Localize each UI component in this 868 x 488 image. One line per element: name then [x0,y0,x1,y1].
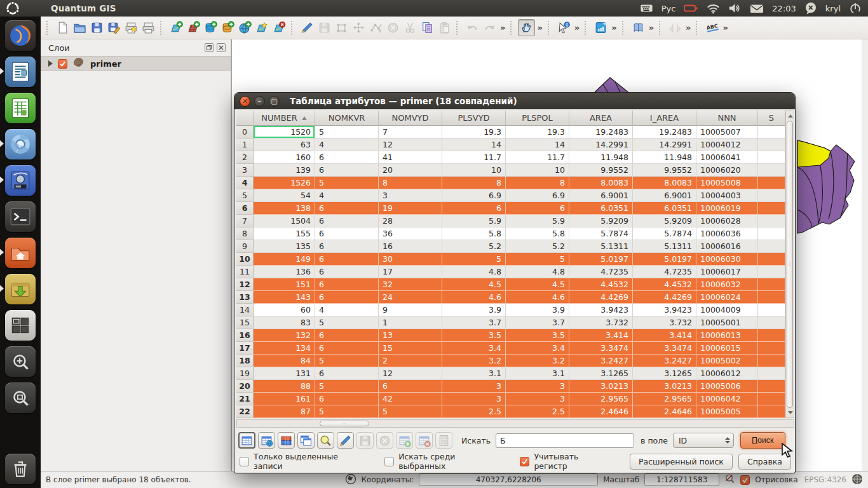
table-cell-I_AREA[interactable]: 3.3474 [633,342,696,355]
row-number[interactable]: 16 [236,329,254,342]
dialog-titlebar[interactable]: ✕ – ▢ Таблица атрибутов — primer (18 сов… [234,93,795,109]
row-number[interactable]: 14 [236,304,254,316]
table-cell-I_AREA[interactable]: 3.9423 [633,304,696,316]
layer-visibility-checkbox[interactable] [58,59,67,69]
table-cell-PLSPOL[interactable]: 5 [506,253,569,266]
table-cell-NOMKVR[interactable]: 6 [315,329,379,342]
table-cell-I_AREA[interactable]: 2.9565 [633,393,696,405]
table-cell-S[interactable] [758,393,785,405]
identify-features-button[interactable] [555,19,573,36]
table-cell-PLSPOL[interactable]: 3.1 [506,367,569,380]
table-cell-PLSPOL[interactable]: 19.3 [506,126,569,139]
column-header-PLSPOL[interactable]: PLSPOL [506,111,569,126]
open-project-button[interactable] [71,19,88,36]
table-cell-I_AREA[interactable]: 8.0083 [633,177,696,189]
table-cell-NNN[interactable]: 10005002 [696,355,758,367]
table-row[interactable]: 715046285.95.95.92095.920910006028 [236,215,794,227]
search-selected-checkbox[interactable] [384,457,394,466]
decorations-button[interactable] [667,19,684,36]
table-cell-PLSPOL[interactable]: 3.2 [506,355,569,367]
table-cell-I_AREA[interactable]: 4.4269 [633,291,696,304]
table-cell-PLSVYD[interactable]: 3.1 [442,367,506,380]
volume-icon[interactable] [728,2,742,15]
table-cell-NOMVYD[interactable]: 15 [379,342,442,355]
add-wms-layer-button[interactable] [236,19,254,36]
table-cell-NUMBER[interactable]: 138 [254,202,315,215]
table-cell-PLSVYD[interactable]: 3 [442,393,506,405]
power-icon[interactable] [849,2,862,15]
vertical-scrollbar[interactable] [785,111,794,418]
table-cell-S[interactable] [758,253,785,266]
cut-features-button[interactable] [402,19,419,36]
expand-layer-icon[interactable] [48,60,53,67]
table-cell-NOMKVR[interactable]: 6 [315,393,379,405]
table-cell-NOMVYD[interactable]: 30 [379,253,442,266]
save-project-as-button[interactable] [105,19,123,36]
table-cell-NUMBER[interactable]: 63 [254,139,315,151]
invert-selection-button[interactable] [278,432,295,449]
table-cell-NOMVYD[interactable]: 13 [379,329,442,342]
table-row[interactable]: 191316123.13.13.12653.126510006012 [236,367,794,380]
crs-status-icon[interactable] [851,473,863,487]
row-number[interactable]: 19 [236,367,254,380]
table-cell-PLSVYD[interactable]: 5 [442,253,506,266]
labeling-button[interactable]: ABC [703,19,721,36]
table-cell-AREA[interactable]: 11.948 [569,151,633,164]
table-cell-S[interactable] [758,405,785,418]
table-cell-PLSVYD[interactable]: 8 [442,177,506,189]
table-cell-NOMKVR[interactable]: 5 [315,380,379,393]
table-cell-NNN[interactable]: 10006017 [696,266,758,278]
table-row[interactable]: 2287552.52.52.46462.464610005005 [236,405,794,418]
table-cell-NOMVYD[interactable]: 24 [379,291,442,304]
table-cell-NOMVYD[interactable]: 3 [379,189,442,202]
table-cell-NOMKVR[interactable]: 6 [315,227,379,240]
row-number[interactable]: 1 [236,139,254,151]
table-cell-NOMVYD[interactable]: 17 [379,266,442,278]
table-cell-PLSVYD[interactable]: 5.8 [442,227,506,240]
table-cell-AREA[interactable]: 2.9565 [569,393,633,405]
table-cell-NOMKVR[interactable]: 6 [315,253,379,266]
table-cell-NUMBER[interactable]: 135 [254,240,315,253]
table-cell-NOMVYD[interactable]: 2 [379,355,442,367]
launcher-archive-manager-icon[interactable] [5,274,36,304]
table-cell-NUMBER[interactable]: 160 [254,151,315,164]
toggle-editing-button[interactable] [337,432,354,449]
table-row[interactable]: 216064111.711.711.94811.94810006041 [236,151,794,164]
toolbar-overflow-icon[interactable]: » [500,23,505,32]
table-cell-PLSPOL[interactable]: 5.8 [506,227,569,240]
field-calculator-button[interactable] [435,432,452,449]
row-number[interactable]: 22 [236,405,254,418]
table-cell-I_AREA[interactable]: 11.948 [633,151,696,164]
table-row[interactable]: 163412141414.299114.299110004012 [236,139,794,151]
undo-button[interactable] [464,19,481,36]
table-cell-I_AREA[interactable]: 2.4646 [633,405,696,418]
launcher-trash-icon[interactable] [5,454,36,484]
table-cell-PLSVYD[interactable]: 3.4 [442,342,506,355]
table-cell-AREA[interactable]: 14.2991 [569,139,633,151]
table-cell-PLSVYD[interactable]: 5.9 [442,215,506,227]
table-cell-PLSVYD[interactable]: 6 [442,202,506,215]
table-cell-NUMBER[interactable]: 1520 [254,126,315,139]
table-cell-PLSPOL[interactable]: 3 [506,380,569,393]
table-cell-NOMKVR[interactable]: 6 [315,266,379,278]
copy-selected-rows-button[interactable] [297,432,315,449]
table-cell-PLSPOL[interactable]: 4.8 [506,266,569,278]
table-cell-NOMVYD[interactable]: 9 [379,304,442,316]
table-cell-S[interactable] [758,278,785,291]
save-project-button[interactable] [88,19,105,36]
table-cell-NOMVYD[interactable]: 32 [379,278,442,291]
table-cell-NOMVYD[interactable]: 42 [379,393,442,405]
table-cell-S[interactable] [758,189,785,202]
row-number[interactable]: 8 [236,227,254,240]
table-cell-S[interactable] [758,342,785,355]
copy-features-button[interactable] [419,19,436,36]
table-cell-NNN[interactable]: 10006015 [696,342,758,355]
new-column-button[interactable] [396,432,413,449]
column-header-I_AREA[interactable]: I_AREA [633,111,696,126]
table-cell-NNN[interactable]: 10005005 [696,405,758,418]
table-cell-NUMBER[interactable]: 60 [254,304,315,316]
toolbar-overflow-icon[interactable]: » [537,23,542,32]
add-spatialite-layer-button[interactable] [219,19,236,36]
table-cell-NNN[interactable]: 10006036 [696,227,758,240]
table-cell-NOMKVR[interactable]: 6 [315,215,379,227]
